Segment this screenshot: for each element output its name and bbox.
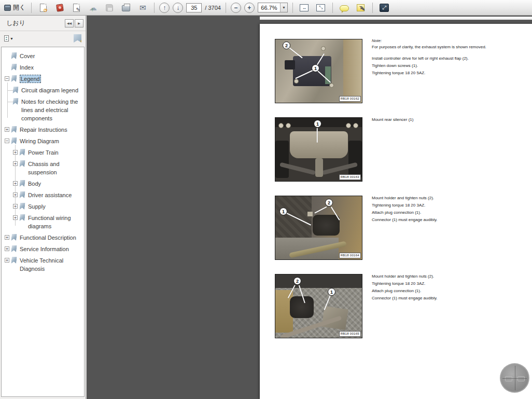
bookmark-label: Notes for checking the lines and electri…: [21, 98, 79, 122]
separator: [332, 3, 333, 13]
chevron-down-icon[interactable]: ▼: [280, 3, 287, 12]
text-annotation-button[interactable]: T✎: [354, 2, 368, 14]
bookmark-item-functional-description[interactable]: + Functional Description: [2, 232, 84, 243]
bookmarks-header: しおり ◀◀ ▶: [0, 16, 86, 31]
callout-1: 1: [279, 208, 287, 215]
sign-button[interactable]: ✎: [69, 2, 83, 14]
bookmark-icon: [19, 160, 25, 167]
floating-nav-widget[interactable]: [500, 363, 529, 393]
zoom-level-select[interactable]: 66.7% ▼: [258, 3, 288, 12]
instruction-line: Mount rear silencer (1): [372, 116, 527, 123]
expand-expander-icon[interactable]: +: [5, 235, 9, 240]
photo-art: [285, 60, 295, 70]
bookmarks-tree: Cover Index − Legend Circuit diagram leg…: [1, 47, 85, 397]
photo-art: [353, 123, 358, 128]
previous-page-button[interactable]: ↑: [159, 3, 170, 13]
document-canvas[interactable]: 2 1 RB18 00162 Note: For purposes of cla…: [87, 16, 532, 399]
convert-button[interactable]: [53, 2, 66, 14]
zoom-out-button[interactable]: −: [231, 3, 241, 13]
page-view-icon: [517, 376, 525, 381]
bookmark-item-legend[interactable]: − Legend: [2, 73, 84, 85]
bookmark-label: Supply: [28, 202, 46, 211]
pdf-page: 2 1 RB18 00162 Note: For purposes of cla…: [260, 24, 532, 399]
zoom-in-button[interactable]: +: [244, 3, 255, 13]
fullscreen-button[interactable]: ⤢: [377, 2, 391, 14]
bookmark-item-body[interactable]: + Body: [2, 178, 84, 189]
bookmark-label: Power Train: [28, 148, 59, 157]
bookmark-item-power-train[interactable]: + Power Train: [2, 147, 84, 158]
expand-expander-icon[interactable]: +: [5, 246, 9, 251]
bookmark-icon: [19, 149, 25, 156]
fullscreen-icon: ⤢: [380, 4, 389, 12]
bookmark-icon: [11, 126, 17, 133]
instruction-line: Mount holder and tighten nuts (2).: [372, 273, 527, 280]
options-icon: [4, 35, 9, 42]
instruction-line: Connector (1) must engage audibly.: [372, 216, 527, 224]
open-icon: [4, 5, 11, 11]
photo-art: [278, 123, 284, 128]
bookmark-item-repair-instructions[interactable]: + Repair Instructions: [2, 124, 84, 135]
bookmark-item-wiring-diagram[interactable]: − Wiring Diagram: [2, 135, 84, 147]
expand-expander-icon[interactable]: +: [13, 192, 18, 197]
collapse-expander-icon[interactable]: −: [5, 76, 9, 81]
export-pdf-icon: ⟳: [40, 4, 47, 12]
expand-expander-icon[interactable]: +: [13, 215, 18, 220]
page-number-input[interactable]: [186, 3, 202, 12]
expand-expander-icon[interactable]: +: [13, 204, 18, 209]
fit-page-icon: ⤡: [316, 4, 325, 11]
collapse-panel-button[interactable]: ◀◀: [65, 19, 74, 27]
expand-panel-button[interactable]: ▶: [75, 19, 83, 27]
instruction-text-block: Mount holder and tighten nuts (2). Tight…: [372, 273, 527, 302]
separator: [154, 3, 155, 13]
expand-expander-icon[interactable]: +: [13, 181, 18, 186]
next-page-button[interactable]: ↓: [173, 3, 183, 13]
expand-expander-icon[interactable]: +: [13, 161, 18, 166]
bookmark-item-circuit-diagram-legend[interactable]: Circuit diagram legend: [2, 85, 84, 96]
photo-art: [275, 274, 362, 288]
save-button[interactable]: [103, 2, 116, 14]
open-label: 開く: [13, 3, 25, 12]
bookmark-item-notes-for-checking[interactable]: Notes for checking the lines and electri…: [2, 96, 84, 124]
bookmark-item-index[interactable]: Index: [2, 62, 84, 73]
email-button[interactable]: ✉: [136, 2, 149, 14]
bookmark-icon: [11, 75, 17, 82]
open-button[interactable]: 開く: [3, 2, 26, 14]
bookmark-item-service-information[interactable]: + Service Information: [2, 243, 84, 255]
up-arrow-icon: ↑: [163, 4, 166, 11]
comment-button[interactable]: [338, 2, 351, 14]
add-bookmark-button[interactable]: [74, 34, 81, 43]
fit-width-button[interactable]: ↔: [298, 2, 311, 14]
figure-number-label: RB18 00162: [339, 96, 361, 102]
photo-art: [321, 46, 326, 51]
photo-art: [275, 141, 289, 178]
bookmark-item-supply[interactable]: + Supply: [2, 201, 84, 212]
options-menu-button[interactable]: ▼: [4, 35, 13, 42]
email-icon: ✉: [139, 3, 146, 12]
bookmark-item-driver-assistance[interactable]: + Driver assistance: [2, 189, 84, 201]
fit-page-button[interactable]: ⤡: [314, 2, 328, 14]
bookmark-item-chassis-suspension[interactable]: + Chassis and suspension: [2, 158, 84, 178]
print-icon: [122, 5, 130, 11]
red-tag-icon: [56, 4, 64, 12]
bookmark-item-vehicle-technical-diagnosis[interactable]: + Vehicle Technical Diagnosis: [2, 255, 84, 274]
callout-1: 1: [314, 120, 321, 128]
figure-number-label: RB18 00164: [339, 253, 361, 258]
legend-children: Circuit diagram legend Notes for checkin…: [2, 85, 84, 124]
bookmarks-title: しおり: [6, 19, 64, 27]
text-annotation-icon: T✎: [357, 4, 365, 11]
bookmark-item-functional-wiring-diagrams[interactable]: + Functional wiring diagrams: [2, 212, 84, 232]
cloud-upload-button[interactable]: ☁↑: [86, 2, 100, 14]
bookmark-item-cover[interactable]: Cover: [2, 50, 84, 62]
photo-art: [290, 296, 314, 318]
bookmark-label: Cover: [20, 52, 35, 60]
collapse-expander-icon[interactable]: −: [5, 139, 9, 143]
expand-expander-icon[interactable]: +: [13, 150, 18, 155]
export-pdf-button[interactable]: ⟳: [36, 2, 50, 14]
expand-expander-icon[interactable]: +: [5, 258, 9, 263]
expand-expander-icon[interactable]: +: [5, 127, 9, 132]
bookmark-label: Body: [28, 180, 41, 188]
photo-art: [343, 39, 362, 103]
bookmark-icon: [19, 214, 25, 221]
print-button[interactable]: [119, 2, 133, 14]
bookmark-label: Functional Description: [20, 233, 76, 242]
